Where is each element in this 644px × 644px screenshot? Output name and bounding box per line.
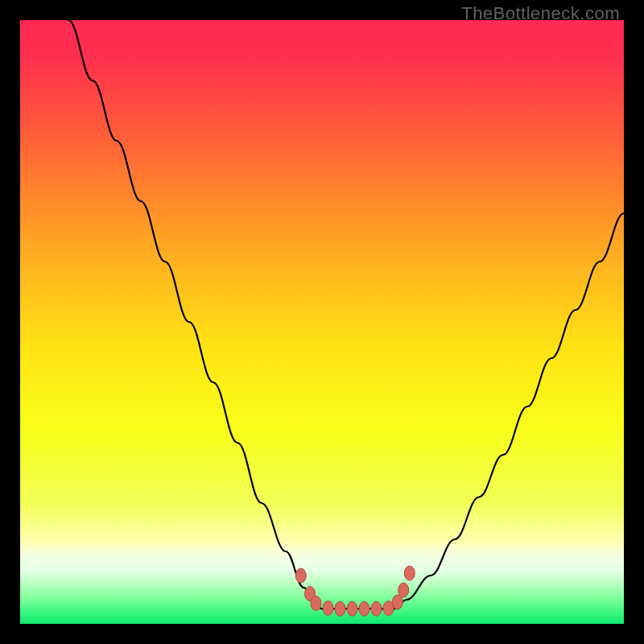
- gradient-plot: [20, 20, 624, 624]
- marker-dot: [359, 601, 369, 616]
- marker-dot: [311, 597, 321, 611]
- marker-dot: [392, 595, 402, 609]
- marker-dot: [398, 583, 409, 597]
- marker-dot: [404, 566, 415, 580]
- marker-dot: [323, 601, 333, 616]
- marker-dot: [347, 601, 357, 616]
- chart-frame: TheBottleneck.com: [0, 0, 644, 644]
- marker-dot: [295, 568, 306, 583]
- plot-background: [20, 20, 624, 624]
- marker-dot: [335, 601, 345, 616]
- watermark-text: TheBottleneck.com: [461, 3, 620, 24]
- marker-dot: [371, 601, 382, 616]
